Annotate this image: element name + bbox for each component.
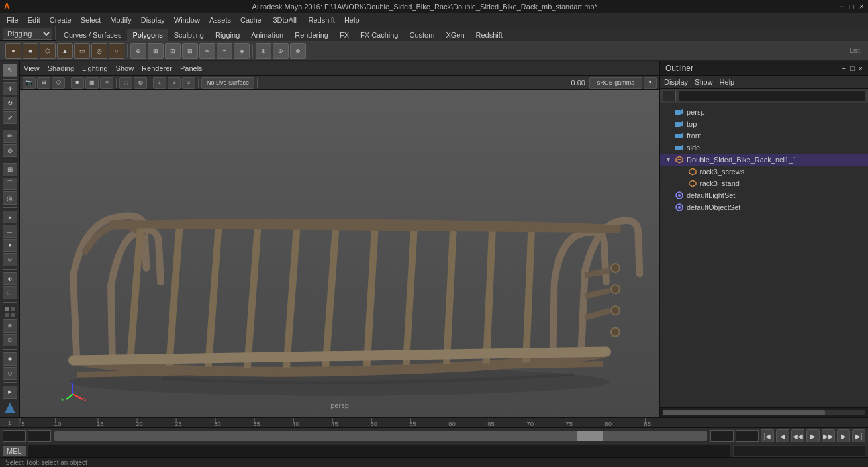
outliner-search-input[interactable] bbox=[663, 91, 676, 101]
move-tool[interactable]: ✛ bbox=[3, 82, 17, 95]
vt-grid[interactable]: ⊞ bbox=[37, 77, 50, 89]
tree-item-top[interactable]: top bbox=[660, 118, 868, 130]
shelf-icon-boolean[interactable]: ⊛ bbox=[290, 43, 306, 59]
viewport-panels-menu[interactable]: Panels bbox=[180, 64, 203, 72]
shelf-icon-bridge[interactable]: ⊞ bbox=[148, 43, 164, 59]
soft-select[interactable]: ◐ bbox=[3, 272, 17, 285]
tree-item-side[interactable]: side bbox=[660, 142, 868, 154]
menu-assets[interactable]: Assets bbox=[205, 15, 235, 25]
tab-redshift[interactable]: Redshift bbox=[471, 29, 508, 41]
marquee-select[interactable]: ⬚ bbox=[3, 286, 17, 299]
vt-dropdown[interactable]: ▼ bbox=[644, 77, 657, 89]
menu-cache[interactable]: Cache bbox=[236, 15, 265, 25]
minimize-button[interactable]: − bbox=[840, 2, 844, 11]
shelf-icon-extrude[interactable]: ⊕ bbox=[130, 43, 146, 59]
vt-resolution-1[interactable]: 1 bbox=[153, 77, 166, 89]
shelf-icon-sphere[interactable]: ● bbox=[5, 43, 21, 59]
smooth-preview[interactable]: ◉ bbox=[3, 352, 17, 366]
snap-point[interactable]: ◎ bbox=[3, 191, 17, 205]
persp-layout[interactable]: ⊟ bbox=[3, 334, 17, 347]
tab-rendering[interactable]: Rendering bbox=[289, 29, 334, 41]
vt-gamma-label[interactable]: sRGB gamma bbox=[589, 77, 642, 89]
menu-help[interactable]: Help bbox=[340, 15, 363, 25]
shelf-icon-disk[interactable]: ◎ bbox=[91, 43, 107, 59]
maximize-button[interactable]: □ bbox=[849, 2, 854, 11]
grid-layout[interactable]: ⊞ bbox=[3, 319, 17, 333]
tree-item-persp[interactable]: persp bbox=[660, 106, 868, 118]
vt-camera-icon[interactable]: 📷 bbox=[23, 77, 36, 89]
vt-resolution-2[interactable]: 2 bbox=[168, 77, 181, 89]
snap-grid[interactable]: ⊞ bbox=[3, 163, 17, 176]
component-face[interactable]: ■ bbox=[3, 239, 17, 252]
shelf-icon-separate[interactable]: ⊘ bbox=[273, 43, 289, 59]
component-uv[interactable]: ⊡ bbox=[3, 253, 17, 266]
shelf-icon-cube[interactable]: ■ bbox=[23, 43, 38, 59]
menu-3dto[interactable]: -3DtoAll- bbox=[267, 15, 303, 25]
tab-custom[interactable]: Custom bbox=[405, 29, 440, 41]
paint-tool[interactable]: ✏ bbox=[3, 130, 17, 143]
vt-textured[interactable]: ▦ bbox=[85, 77, 99, 89]
layout-button[interactable] bbox=[3, 305, 17, 318]
soft-mod-tool[interactable]: ⊙ bbox=[3, 144, 17, 158]
tab-fx[interactable]: FX bbox=[334, 29, 354, 41]
select-tool[interactable]: ↖ bbox=[3, 64, 17, 77]
shelf-icon-cone[interactable]: ▲ bbox=[57, 43, 73, 59]
shelf-icon-insert[interactable]: + bbox=[217, 43, 232, 59]
tree-item-rack3-screws[interactable]: rack3_screws bbox=[660, 166, 868, 178]
vt-shaded[interactable]: ■ bbox=[71, 77, 84, 89]
vt-wireframe[interactable]: ⬡ bbox=[52, 77, 65, 89]
shelf-icon-append[interactable]: ⊟ bbox=[182, 43, 198, 59]
menu-display[interactable]: Display bbox=[137, 15, 169, 25]
tree-item-rack3-stand[interactable]: rack3_stand bbox=[660, 178, 868, 189]
tree-item-front[interactable]: front bbox=[660, 130, 868, 142]
range-thumb[interactable] bbox=[577, 431, 603, 441]
menu-create[interactable]: Create bbox=[46, 15, 75, 25]
step-back-button[interactable]: ◀ bbox=[776, 429, 789, 442]
viewport-renderer-menu[interactable]: Renderer bbox=[142, 64, 172, 72]
shelf-icon-plane[interactable]: ▭ bbox=[74, 43, 90, 59]
vt-isolation[interactable]: ◍ bbox=[134, 77, 147, 89]
viewport-view-menu[interactable]: View bbox=[24, 64, 40, 72]
tab-polygons[interactable]: Polygons bbox=[127, 29, 168, 41]
menu-select[interactable]: Select bbox=[77, 15, 105, 25]
outliner-close[interactable]: × bbox=[859, 64, 863, 72]
tab-xgen[interactable]: XGen bbox=[440, 29, 469, 41]
vt-no-live[interactable]: No Live Surface bbox=[201, 77, 254, 89]
tree-item-default-light-set[interactable]: defaultLightSet bbox=[660, 189, 868, 201]
menu-window[interactable]: Window bbox=[170, 15, 204, 25]
range-slider[interactable] bbox=[54, 431, 707, 441]
outliner-maximize[interactable]: □ bbox=[850, 64, 855, 72]
shelf-icon-fill[interactable]: ⊡ bbox=[165, 43, 181, 59]
viewport-lighting-menu[interactable]: Lighting bbox=[82, 64, 108, 72]
viewport-shading-menu[interactable]: Shading bbox=[48, 64, 74, 72]
shelf-icon-cylinder[interactable]: ⬡ bbox=[40, 43, 56, 59]
shelf-icon-combine[interactable]: ⊗ bbox=[256, 43, 271, 59]
wireframe-preview[interactable]: ⬡ bbox=[3, 367, 17, 380]
scene-area[interactable]: persp X Y Z bbox=[20, 90, 659, 417]
vt-lighting[interactable]: ☀ bbox=[100, 77, 113, 89]
shelf-icon-cut[interactable]: ✂ bbox=[199, 43, 215, 59]
go-start-button[interactable]: |◀ bbox=[761, 429, 774, 442]
outliner-show-menu[interactable]: Show bbox=[695, 78, 713, 86]
mel-mode-button[interactable]: MEL bbox=[3, 446, 26, 456]
tree-item-double-sided[interactable]: ▼ Double_Sided_Bike_Rack_ncl1_1 bbox=[660, 154, 868, 166]
snap-curve[interactable]: ⌒ bbox=[3, 178, 17, 191]
tab-curves[interactable]: Curves / Surfaces bbox=[58, 29, 126, 41]
play-back-button[interactable]: ◀◀ bbox=[791, 429, 804, 442]
outliner-help-menu[interactable]: Help bbox=[720, 78, 735, 86]
menu-redshift[interactable]: Redshift bbox=[305, 15, 339, 25]
menu-modify[interactable]: Modify bbox=[106, 15, 135, 25]
tab-fx-caching[interactable]: FX Caching bbox=[355, 29, 403, 41]
tab-sculpting[interactable]: Sculpting bbox=[169, 29, 209, 41]
tree-item-default-object-set[interactable]: defaultObjectSet bbox=[660, 201, 868, 213]
component-vertex[interactable]: ● bbox=[3, 211, 17, 224]
mode-dropdown[interactable]: Rigging Modeling Animation bbox=[3, 28, 52, 40]
go-end-button[interactable]: ▶| bbox=[852, 429, 865, 442]
play-forward-button[interactable]: ▶▶ bbox=[822, 429, 835, 442]
menu-edit[interactable]: Edit bbox=[24, 15, 44, 25]
vt-xray[interactable]: ◌ bbox=[119, 77, 132, 89]
outliner-minimize[interactable]: − bbox=[842, 64, 845, 72]
outliner-display-menu[interactable]: Display bbox=[664, 78, 688, 86]
tab-rigging[interactable]: Rigging bbox=[210, 29, 245, 41]
render-preview[interactable]: ▶ bbox=[3, 386, 17, 399]
